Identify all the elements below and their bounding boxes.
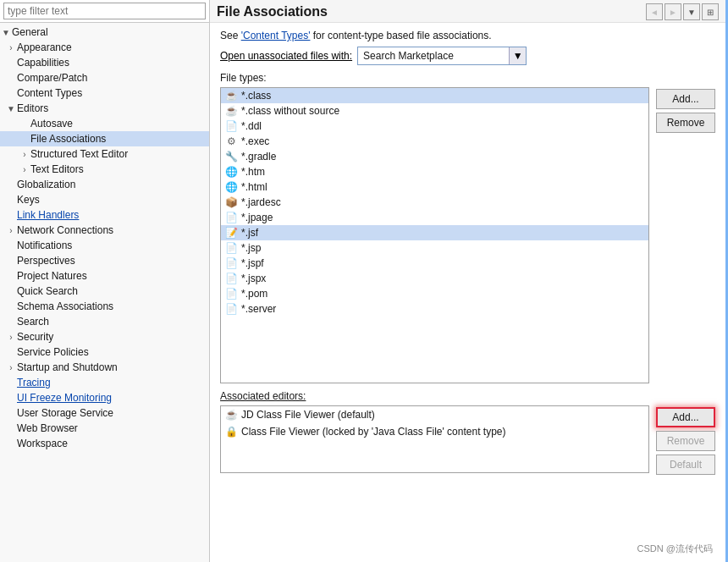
sidebar-item-link-handlers[interactable]: Link Handlers: [0, 207, 209, 223]
sidebar-item-general[interactable]: ▼General: [0, 25, 209, 40]
file-type-htm[interactable]: 🌐*.htm: [221, 164, 648, 179]
file-icon: 📄: [224, 287, 238, 300]
file-type-jsp[interactable]: 📄*.jsp: [221, 240, 648, 256]
sidebar-item-file-associations[interactable]: File Associations: [0, 131, 209, 146]
gradle-icon: 🔧: [224, 150, 238, 163]
sidebar-item-compare-patch[interactable]: Compare/Patch: [0, 70, 209, 85]
sidebar-item-capabilities[interactable]: Capabilities: [0, 55, 209, 70]
sidebar-item-notifications[interactable]: Notifications: [0, 238, 209, 253]
sidebar-item-web-browser[interactable]: Web Browser: [0, 421, 209, 436]
assoc-item-jd-class-viewer[interactable]: ☕JD Class File Viewer (default): [221, 406, 648, 423]
assoc-item-label-jd-class-viewer: JD Class File Viewer (default): [241, 409, 375, 421]
filter-input[interactable]: [3, 3, 206, 19]
sidebar-item-label-autosave: Autosave: [30, 118, 73, 129]
sidebar: ▼General›AppearanceCapabilitiesCompare/P…: [0, 0, 210, 562]
file-type-jsf[interactable]: 📝*.jsf: [221, 225, 648, 240]
sidebar-item-appearance[interactable]: ›Appearance: [0, 40, 209, 55]
file-type-jspf[interactable]: 📄*.jspf: [221, 256, 648, 271]
content-area: File Associations ◄ ► ▼ ⊞ See 'Content T…: [210, 0, 725, 562]
file-type-html[interactable]: 🌐*.html: [221, 179, 648, 195]
file-icon: 📄: [224, 256, 238, 270]
sidebar-item-text-editors[interactable]: ›Text Editors: [0, 162, 209, 177]
file-types-list[interactable]: ☕*.class☕*.class without source📄*.ddl⚙*.…: [220, 87, 649, 383]
sidebar-item-user-storage-service[interactable]: User Storage Service: [0, 405, 209, 421]
sidebar-item-label-search: Search: [17, 316, 49, 328]
toggle-security: ›: [5, 333, 17, 342]
page-title: File Associations: [217, 4, 328, 19]
sidebar-item-label-tracing: Tracing: [17, 377, 51, 388]
file-type-jpage[interactable]: 📄*.jpage: [221, 210, 648, 225]
toggle-general: ▼: [0, 28, 12, 37]
sidebar-item-content-types[interactable]: Content Types: [0, 85, 209, 101]
sidebar-item-label-schema-associations: Schema Associations: [17, 300, 113, 312]
lock-icon: 🔒: [224, 425, 238, 438]
assoc-add-button[interactable]: Add...: [656, 407, 715, 427]
assoc-label: Associated editors:: [220, 390, 715, 402]
sidebar-item-quick-search[interactable]: Quick Search: [0, 284, 209, 299]
file-type-label-ddl: *.ddl: [241, 120, 262, 132]
open-dropdown[interactable]: Search Marketplace ▼: [357, 47, 527, 65]
sidebar-item-editors[interactable]: ▼Editors: [0, 101, 209, 116]
exec-icon: ⚙: [224, 135, 238, 148]
file-type-label-exec: *.exec: [241, 135, 269, 147]
sidebar-item-label-web-browser: Web Browser: [17, 422, 78, 434]
file-type-label-jsf: *.jsf: [241, 227, 258, 239]
file-type-jardesc[interactable]: 📦*.jardesc: [221, 195, 648, 210]
sidebar-item-autosave[interactable]: Autosave: [0, 116, 209, 131]
sidebar-item-label-quick-search: Quick Search: [17, 285, 78, 297]
menu-button[interactable]: ▼: [683, 3, 700, 20]
file-type-class[interactable]: ☕*.class: [221, 88, 648, 103]
remove-file-type-button[interactable]: Remove: [656, 113, 715, 133]
sidebar-item-label-general: General: [12, 26, 48, 38]
file-type-ddl[interactable]: 📄*.ddl: [221, 118, 648, 134]
file-type-server[interactable]: 📄*.server: [221, 301, 648, 317]
file-type-label-server: *.server: [241, 303, 276, 315]
file-type-jspx[interactable]: 📄*.jspx: [221, 271, 648, 286]
sidebar-item-label-file-associations: File Associations: [30, 133, 106, 145]
sidebar-item-schema-associations[interactable]: Schema Associations: [0, 299, 209, 314]
sidebar-item-search[interactable]: Search: [0, 314, 209, 329]
sidebar-item-workspace[interactable]: Workspace: [0, 436, 209, 451]
add-file-type-button[interactable]: Add...: [656, 89, 715, 109]
sidebar-item-label-notifications: Notifications: [17, 240, 72, 251]
file-type-class-no-src[interactable]: ☕*.class without source: [221, 103, 648, 118]
sidebar-item-label-network-connections: Network Connections: [17, 224, 113, 236]
open-line: Open unassociated files with: Search Mar…: [220, 47, 715, 65]
info-line: See 'Content Types' for content-type bas…: [220, 30, 715, 41]
content-types-link[interactable]: 'Content Types': [241, 30, 311, 41]
file-type-gradle[interactable]: 🔧*.gradle: [221, 149, 648, 164]
sidebar-item-label-appearance: Appearance: [17, 41, 72, 53]
sidebar-item-structured-text-editor[interactable]: ›Structured Text Editor: [0, 146, 209, 162]
assoc-default-button[interactable]: Default: [656, 455, 715, 475]
sidebar-item-service-policies[interactable]: Service Policies: [0, 344, 209, 360]
sidebar-item-ui-freeze-monitoring[interactable]: UI Freeze Monitoring: [0, 390, 209, 405]
toggle-structured-text-editor: ›: [19, 150, 30, 159]
sidebar-item-perspectives[interactable]: Perspectives: [0, 253, 209, 268]
sidebar-item-tracing[interactable]: Tracing: [0, 375, 209, 390]
open-dropdown-arrow[interactable]: ▼: [509, 47, 526, 64]
file-type-exec[interactable]: ⚙*.exec: [221, 134, 648, 149]
sidebar-item-network-connections[interactable]: ›Network Connections: [0, 223, 209, 238]
sidebar-item-startup-shutdown[interactable]: ›Startup and Shutdown: [0, 360, 209, 375]
sidebar-item-globalization[interactable]: Globalization: [0, 177, 209, 192]
file-type-label-class: *.class: [241, 90, 271, 102]
sidebar-item-label-user-storage-service: User Storage Service: [17, 407, 113, 419]
sidebar-item-security[interactable]: ›Security: [0, 329, 209, 344]
sidebar-item-label-capabilities: Capabilities: [17, 57, 69, 69]
file-type-pom[interactable]: 📄*.pom: [221, 286, 648, 301]
sidebar-item-project-natures[interactable]: Project Natures: [0, 268, 209, 284]
file-icon: 📄: [224, 119, 238, 133]
toggle-editors: ▼: [5, 104, 17, 113]
toggle-network-connections: ›: [5, 226, 17, 235]
sidebar-item-keys[interactable]: Keys: [0, 192, 209, 207]
back-button[interactable]: ◄: [646, 3, 663, 20]
assoc-remove-button[interactable]: Remove: [656, 431, 715, 451]
forward-button[interactable]: ►: [665, 3, 681, 20]
sidebar-filter-area: [0, 0, 209, 23]
assoc-editors-list[interactable]: ☕JD Class File Viewer (default)🔒Class Fi…: [220, 405, 649, 473]
expand-button[interactable]: ⊞: [702, 3, 719, 20]
assoc-item-class-viewer-locked[interactable]: 🔒Class File Viewer (locked by 'Java Clas…: [221, 423, 648, 440]
open-dropdown-value: Search Marketplace: [358, 50, 509, 62]
file-type-label-jardesc: *.jardesc: [241, 196, 281, 208]
web-icon: 🌐: [224, 165, 238, 179]
